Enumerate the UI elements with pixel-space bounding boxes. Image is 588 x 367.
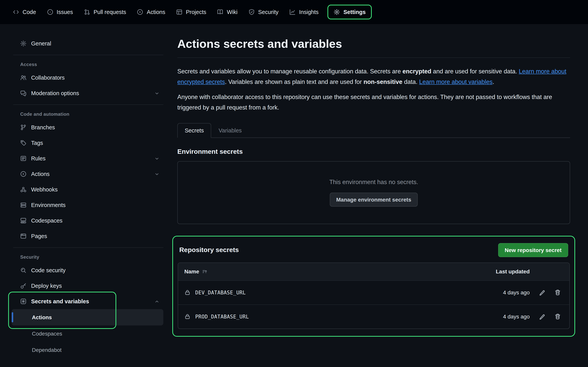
- pencil-icon: [539, 313, 545, 320]
- link-variables[interactable]: Learn more about variables: [419, 78, 493, 85]
- comment-discussion-icon: [20, 90, 26, 96]
- sidebar-divider: [13, 247, 163, 248]
- lock-icon: [184, 289, 190, 296]
- tab-actions[interactable]: Actions: [133, 6, 170, 18]
- edit-secret-button[interactable]: [537, 287, 548, 298]
- delete-secret-button[interactable]: [552, 311, 563, 322]
- chevron-down-icon: [154, 91, 159, 96]
- tab-security[interactable]: Security: [244, 6, 283, 18]
- sidebar-item-tags[interactable]: Tags: [12, 135, 163, 151]
- delete-secret-button[interactable]: [552, 287, 563, 298]
- asterisk-box-icon: [20, 298, 26, 304]
- intro-text: Secrets and variables allow you to manag…: [177, 68, 403, 75]
- play-icon: [137, 9, 143, 15]
- sidebar-subitem-label: Actions: [32, 314, 52, 320]
- fork-note-paragraph: Anyone with collaborator access to this …: [177, 92, 570, 113]
- tab-pull-requests[interactable]: Pull requests: [79, 6, 130, 18]
- browser-icon: [20, 233, 26, 239]
- edit-secret-button[interactable]: [537, 311, 548, 322]
- intro-bold-non-sensitive: non-sensitive: [363, 78, 403, 85]
- sidebar-item-collaborators[interactable]: Collaborators: [12, 70, 163, 85]
- section-title-access: Access: [12, 58, 163, 70]
- active-item-indicator: [12, 312, 13, 322]
- sidebar-item-deploy-keys[interactable]: Deploy keys: [12, 278, 163, 294]
- sidebar-item-label: Code security: [31, 267, 66, 273]
- table-header-row: Name Last updated: [178, 263, 569, 280]
- sidebar-item-branches[interactable]: Branches: [12, 120, 163, 135]
- codespaces-icon: [20, 217, 26, 224]
- lock-icon: [184, 313, 190, 320]
- gear-icon: [334, 9, 340, 15]
- chevron-up-icon: [154, 299, 159, 304]
- settings-sidebar: General Access Collaborators Moderation …: [0, 24, 170, 358]
- shield-icon: [249, 9, 255, 15]
- secret-updated: 4 days ago: [471, 289, 530, 296]
- sidebar-item-label: Environments: [31, 202, 66, 208]
- tab-label: Actions: [147, 9, 165, 15]
- tab-label: Code: [23, 9, 36, 15]
- secrets-and-variables-group: Secrets and variables Actions: [12, 294, 163, 325]
- sidebar-item-code-security[interactable]: Code security: [12, 263, 163, 278]
- manage-environment-secrets-button[interactable]: Manage environment secrets: [329, 192, 418, 206]
- chevron-down-icon: [154, 156, 159, 161]
- tab-variables[interactable]: Variables: [211, 123, 249, 138]
- sidebar-divider: [13, 55, 163, 55]
- sidebar-subitem-codespaces[interactable]: Codespaces: [12, 325, 163, 342]
- table-icon: [176, 9, 182, 15]
- github-settings-page: Code Issues Pull requests Actions Projec…: [0, 0, 588, 367]
- play-icon: [20, 171, 26, 177]
- intro-text: .: [493, 78, 494, 85]
- sidebar-item-label: Rules: [31, 155, 45, 162]
- tab-settings[interactable]: Settings: [328, 5, 372, 19]
- tab-label: Projects: [186, 9, 206, 15]
- sidebar-item-moderation-options[interactable]: Moderation options: [12, 85, 163, 101]
- sidebar-item-label: General: [31, 40, 51, 47]
- secret-name: DEV_DATABASE_URL: [195, 290, 246, 295]
- repository-secrets-heading: Repository secrets: [179, 246, 239, 254]
- sidebar-item-actions[interactable]: Actions: [12, 166, 163, 182]
- new-repository-secret-button[interactable]: New repository secret: [498, 243, 568, 257]
- name-column-header[interactable]: Name: [184, 268, 471, 275]
- git-pull-request-icon: [84, 9, 90, 15]
- secret-name-cell: PROD_DATABASE_URL: [184, 313, 471, 320]
- page-title: Actions secrets and variables: [177, 37, 570, 50]
- sidebar-subitem-label: Dependabot: [32, 347, 62, 353]
- tab-wiki[interactable]: Wiki: [213, 6, 242, 18]
- tab-code[interactable]: Code: [9, 6, 40, 18]
- sidebar-subitem-dependabot[interactable]: Dependabot: [12, 342, 163, 358]
- intro-text: . Variables are shown as plain text and …: [225, 78, 363, 85]
- issue-opened-icon: [47, 9, 53, 15]
- tab-label: Issues: [57, 9, 73, 15]
- sidebar-item-webhooks[interactable]: Webhooks: [12, 182, 163, 197]
- tab-issues[interactable]: Issues: [43, 6, 77, 18]
- sidebar-item-label: Moderation options: [31, 90, 79, 96]
- secret-row: PROD_DATABASE_URL 4 days ago: [178, 304, 569, 328]
- sidebar-item-environments[interactable]: Environments: [12, 197, 163, 213]
- git-branch-icon: [20, 124, 26, 131]
- title-divider: [177, 58, 570, 58]
- rules-icon: [20, 155, 26, 162]
- sidebar-divider: [13, 104, 163, 105]
- people-icon: [20, 75, 26, 81]
- tab-projects[interactable]: Projects: [172, 6, 211, 18]
- sidebar-item-codespaces[interactable]: Codespaces: [12, 213, 163, 228]
- sidebar-item-pages[interactable]: Pages: [12, 228, 163, 244]
- sort-ascending-icon: [202, 269, 207, 274]
- sidebar-item-general[interactable]: General: [12, 36, 163, 51]
- sidebar-item-secrets-and-variables[interactable]: Secrets and variables: [12, 294, 163, 309]
- server-icon: [20, 202, 26, 208]
- repository-secrets-header: Repository secrets New repository secret: [178, 241, 570, 262]
- sidebar-item-label: Pages: [31, 233, 47, 239]
- secret-updated: 4 days ago: [471, 313, 530, 320]
- tab-secrets[interactable]: Secrets: [177, 123, 211, 138]
- tab-label: Insights: [299, 9, 319, 15]
- intro-bold-encrypted: encrypted: [403, 68, 431, 75]
- sidebar-item-rules[interactable]: Rules: [12, 151, 163, 166]
- sidebar-item-label: Deploy keys: [31, 283, 62, 289]
- sidebar-subitem-actions[interactable]: Actions: [12, 309, 163, 325]
- tab-insights[interactable]: Insights: [285, 6, 323, 18]
- sidebar-item-label: Webhooks: [31, 186, 58, 193]
- sidebar-item-label: Codespaces: [31, 217, 62, 224]
- graph-icon: [289, 9, 295, 15]
- repository-secrets-section: Repository secrets New repository secret…: [172, 235, 575, 336]
